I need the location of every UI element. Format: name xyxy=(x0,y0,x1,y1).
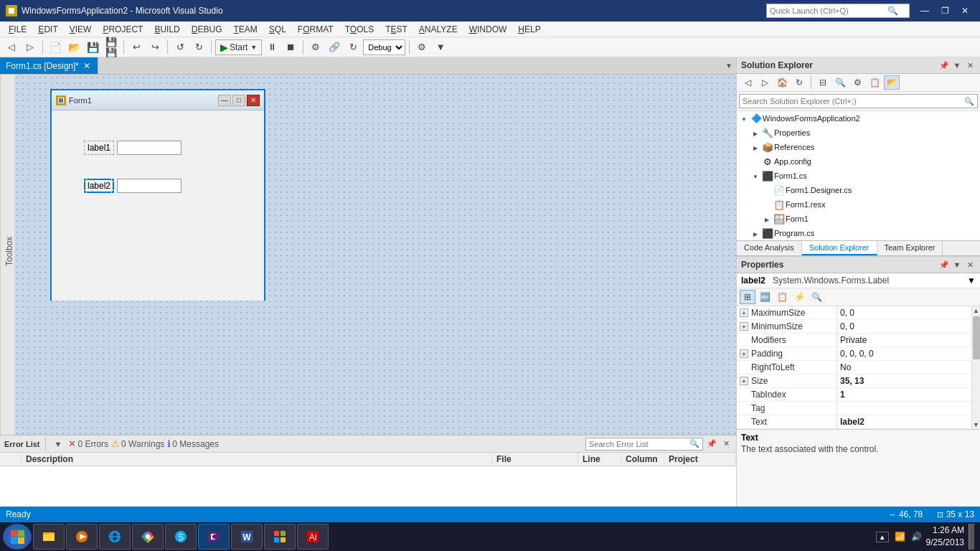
prop-value-size[interactable]: 35, 13 xyxy=(837,375,971,387)
toolbar-redo[interactable]: ↪ xyxy=(146,39,164,55)
prop-value-tag[interactable] xyxy=(837,408,971,409)
props-categorized-button[interactable]: ⊞ xyxy=(740,290,755,304)
se-home-button[interactable]: 🏠 xyxy=(774,75,790,90)
se-settings-button[interactable]: ⚙ xyxy=(849,75,865,90)
prop-row-maximumsize[interactable]: + MaximumSize 0, 0 xyxy=(737,306,971,320)
props-alpha-button[interactable]: 🔤 xyxy=(757,290,773,304)
prop-value-maximumsize[interactable]: 0, 0 xyxy=(837,307,971,319)
toolbar-undo[interactable]: ↩ xyxy=(128,39,145,55)
prop-value-righttoleft[interactable]: No xyxy=(837,362,971,373)
scrollbar-up-button[interactable]: ▲ xyxy=(972,306,981,315)
se-collapse-button[interactable]: ⊟ xyxy=(815,75,831,90)
prop-row-righttoleft[interactable]: RightToLeft No xyxy=(737,361,971,375)
taskbar-word[interactable]: W xyxy=(231,524,263,550)
tray-arrow[interactable]: ▲ xyxy=(876,532,889,542)
label2-container[interactable]: label2 xyxy=(84,179,182,193)
tab-team-explorer[interactable]: Team Explorer xyxy=(877,241,943,255)
textbox2[interactable] xyxy=(117,179,182,193)
toolbar-undo2[interactable]: ↺ xyxy=(171,39,189,55)
menu-view[interactable]: VIEW xyxy=(64,23,98,36)
menu-file[interactable]: FILE xyxy=(3,23,32,36)
form1-expand-icon[interactable] xyxy=(761,213,773,225)
se-back-button[interactable]: ◁ xyxy=(740,75,755,90)
toolbar-refresh[interactable]: ↻ xyxy=(344,39,362,55)
form-minimize-button[interactable]: — xyxy=(218,95,231,106)
label1-container[interactable]: label1 xyxy=(84,141,182,155)
error-search-input[interactable] xyxy=(589,440,689,448)
start-button[interactable]: ▶ Start ▼ xyxy=(215,39,262,55)
props-search-button[interactable]: 🔍 xyxy=(809,290,824,304)
form1cs-expand-icon[interactable] xyxy=(750,170,761,182)
debug-config-select[interactable]: Debug xyxy=(363,39,405,55)
error-col-column[interactable]: Column xyxy=(621,453,664,466)
menu-project[interactable]: PROJECT xyxy=(97,23,149,36)
tree-item-appconfig[interactable]: ⚙ App.config xyxy=(737,154,980,169)
programcs-expand-icon[interactable] xyxy=(750,227,761,239)
taskbar-vs[interactable] xyxy=(198,524,230,550)
error-list-pin-button[interactable]: 📌 xyxy=(706,438,717,450)
se-arrow-button[interactable]: ▼ xyxy=(951,60,963,71)
toolbar-newfile[interactable]: 📄 xyxy=(47,39,64,55)
tab-form1-design[interactable]: Form1.cs [Design]* ✕ xyxy=(0,57,98,74)
size-expand[interactable]: + xyxy=(740,377,748,385)
prop-row-tag[interactable]: Tag xyxy=(737,402,971,415)
toolbar-redo2[interactable]: ↻ xyxy=(190,39,207,55)
form-label1[interactable]: label1 xyxy=(84,141,114,155)
tree-item-form1cs[interactable]: ⬛ Form1.cs xyxy=(737,169,980,183)
taskbar-media[interactable] xyxy=(66,524,98,550)
se-properties-button[interactable]: 📋 xyxy=(867,75,882,90)
prop-value-minimumsize[interactable]: 0, 0 xyxy=(837,321,971,332)
toolbar-attach2[interactable]: 🔗 xyxy=(326,39,343,55)
error-col-file[interactable]: File xyxy=(492,453,578,466)
design-canvas[interactable]: Form1 — □ ✕ label1 xyxy=(14,75,736,435)
props-events-button[interactable]: ⚡ xyxy=(791,290,807,304)
maximumsize-expand[interactable]: + xyxy=(740,309,748,317)
prop-row-modifiers[interactable]: Modifiers Private xyxy=(737,334,971,347)
tab-code-analysis[interactable]: Code Analysis xyxy=(737,241,802,255)
form-body[interactable]: label1 xyxy=(52,110,264,301)
taskbar-chrome[interactable] xyxy=(132,524,164,550)
minimize-button[interactable]: — xyxy=(915,4,934,18)
taskbar-acrobat[interactable]: Ai xyxy=(297,524,329,550)
tree-item-properties[interactable]: 🔧 Properties xyxy=(737,126,980,140)
toolbar-back[interactable]: ◁ xyxy=(3,39,20,55)
menu-debug[interactable]: DEBUG xyxy=(186,23,228,36)
taskbar-app1[interactable] xyxy=(264,524,296,550)
taskbar-skype[interactable]: S xyxy=(165,524,197,550)
tree-item-form1[interactable]: 🪟 Form1 xyxy=(737,212,980,226)
menu-tools[interactable]: TOOLS xyxy=(339,23,380,36)
scrollbar-thumb[interactable] xyxy=(973,316,980,359)
se-pin-button[interactable]: 📌 xyxy=(938,60,950,71)
prop-row-minimumsize[interactable]: + MinimumSize 0, 0 xyxy=(737,320,971,334)
form-window[interactable]: Form1 — □ ✕ label1 xyxy=(50,89,265,301)
prop-value-tabindex[interactable]: 1 xyxy=(837,389,971,400)
scrollbar-down-button[interactable]: ▼ xyxy=(972,420,981,429)
menu-build[interactable]: BUILD xyxy=(149,23,185,36)
form-maximize-button[interactable]: □ xyxy=(232,95,245,106)
prop-value-padding[interactable]: 0, 0, 0, 0 xyxy=(837,348,971,359)
references-expand-icon[interactable] xyxy=(750,141,761,153)
se-filter-button[interactable]: 🔍 xyxy=(832,75,848,90)
props-pin-button[interactable]: 📌 xyxy=(938,259,950,270)
props-object-dropdown-icon[interactable]: ▼ xyxy=(967,276,976,286)
tree-item-solution[interactable]: 🔷 WindowsFormsApplication2 xyxy=(737,111,980,126)
toolbar-extra[interactable]: ⚙ xyxy=(413,39,430,55)
toolbar-attach[interactable]: ⚙ xyxy=(307,39,324,55)
start-menu-button[interactable] xyxy=(3,524,32,550)
tab-solution-explorer[interactable]: Solution Explorer xyxy=(802,241,877,255)
props-arrow-button[interactable]: ▼ xyxy=(951,259,963,270)
clock[interactable]: 1:26 AM 9/25/2013 xyxy=(926,524,964,549)
error-col-description[interactable]: Description xyxy=(22,453,492,466)
minimumsize-expand[interactable]: + xyxy=(740,322,748,331)
props-props-button[interactable]: 📋 xyxy=(774,290,790,304)
toolbar-extra2[interactable]: ▼ xyxy=(432,39,449,55)
error-col-project[interactable]: Project xyxy=(664,453,736,466)
menu-test[interactable]: TEST xyxy=(380,23,413,36)
menu-help[interactable]: HELP xyxy=(512,23,546,36)
tab-close-button[interactable]: ✕ xyxy=(82,61,92,71)
menu-window[interactable]: WINDOW xyxy=(463,23,513,36)
stop-button[interactable]: ⏹ xyxy=(282,39,299,55)
tree-item-references[interactable]: 📦 References xyxy=(737,140,980,154)
error-filter-button[interactable]: ▼ xyxy=(51,436,66,452)
pause-button[interactable]: ⏸ xyxy=(263,39,281,55)
